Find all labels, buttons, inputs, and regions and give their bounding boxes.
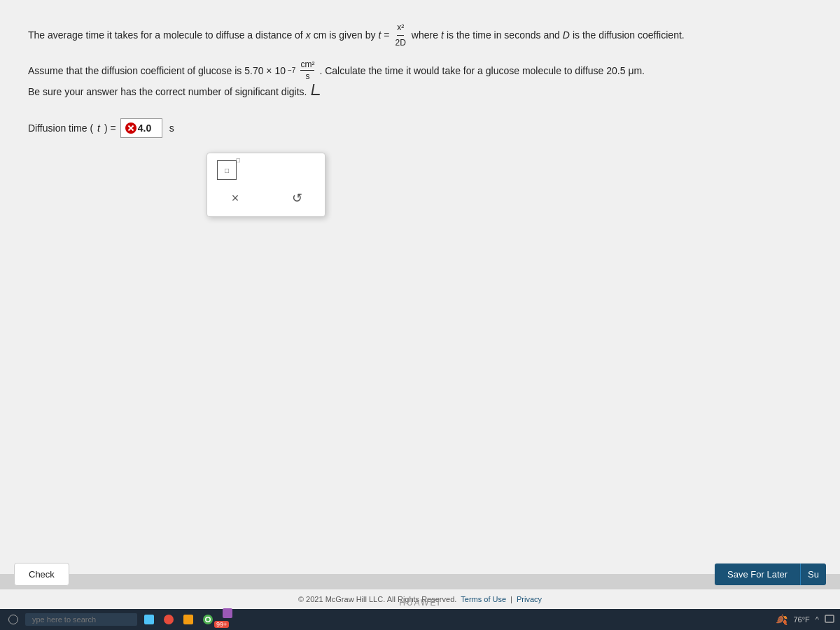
diffusion-label-prefix: Diffusion time ( (28, 122, 93, 134)
svg-rect-2 (183, 615, 193, 624)
problem-text-unit: cm is given by (314, 27, 376, 43)
taskbar-icon-svg-4 (222, 608, 233, 619)
math-toolbar: □ □ × ↺ (206, 153, 326, 217)
sig-figs-text: Be sure your answer has the correct numb… (28, 86, 307, 97)
temperature-display: 76°F (793, 615, 809, 624)
square-symbol: □ (225, 167, 229, 174)
answer-section: Diffusion time ( t ) = 4.0 s (28, 118, 812, 138)
windows-start-icon[interactable] (6, 612, 21, 627)
sup-symbol: □ (237, 157, 240, 164)
privacy-link[interactable]: Privacy (517, 595, 542, 603)
clear-button[interactable]: × (224, 187, 246, 209)
taskbar-app-icon-4[interactable] (220, 606, 235, 621)
taskbar-app-icon-3[interactable] (181, 612, 196, 627)
equals-sign: = (384, 27, 389, 43)
diffusion-variable: t (97, 122, 100, 134)
notification-badge: 99+ (214, 621, 229, 628)
assume-exponent: −7 (288, 66, 295, 74)
answer-input-box[interactable]: 4.0 (120, 118, 162, 138)
terms-of-use-link[interactable]: Terms of Use (461, 595, 506, 603)
clear-answer-icon[interactable] (125, 122, 136, 134)
weather-icon: 🍂 (776, 614, 788, 625)
problem-text-prefix: The average time it takes for a molecule… (28, 27, 303, 43)
start-circle (8, 615, 18, 624)
assume-prefix: Assume that the diffusion coefficient of… (28, 65, 286, 76)
problem-statement-line1: The average time it takes for a molecule… (28, 21, 812, 50)
assume-unit-den: s (305, 71, 309, 81)
superscript-icon[interactable]: □ □ (217, 160, 237, 180)
undo-icon: ↺ (292, 190, 302, 206)
bottom-action-bar: Check Save For Later Su (0, 559, 840, 589)
taskbar-icon-svg-2 (163, 614, 174, 625)
taskbar-chevron-up[interactable]: ^ (816, 615, 819, 624)
taskbar-notification-container: 99+ (220, 606, 235, 630)
assume-unit-fraction: cm² s (300, 59, 314, 81)
sig-figs-line: Be sure your answer has the correct numb… (28, 84, 812, 97)
right-action-buttons: Save For Later Su (715, 564, 826, 585)
time-desc: is the time in seconds and (447, 27, 560, 43)
diff-desc: is the diffusion coefficient. (573, 27, 685, 43)
answer-value: 4.0 (138, 122, 151, 134)
diffusion-label-close: ) = (104, 122, 116, 134)
taskbar: 99+ 🍂 76°F ^ (0, 609, 840, 630)
taskbar-app-icon-chrome[interactable] (200, 612, 216, 627)
variable-x: x (306, 27, 311, 43)
svg-rect-0 (144, 615, 154, 624)
footer-divider: | (510, 595, 512, 603)
toolbar-top-row: □ □ (217, 160, 315, 180)
svg-point-1 (164, 615, 174, 624)
taskbar-icon-svg-1 (144, 614, 155, 625)
variable-t: t (378, 27, 381, 43)
taskbar-display-icon (825, 615, 834, 624)
formula-numerator: x² (397, 21, 404, 36)
huawei-brand-label: HUAWEI (399, 598, 441, 608)
x-icon: × (232, 191, 239, 206)
assume-unit-num: cm² (300, 59, 314, 71)
where-D: D (563, 27, 570, 43)
taskbar-icon-svg-3 (183, 614, 194, 625)
problem-text-where: where (412, 27, 438, 43)
main-content: The average time it takes for a molecule… (0, 0, 840, 574)
taskbar-app-icon-1[interactable] (141, 612, 157, 627)
svg-rect-6 (223, 608, 232, 618)
assume-line: Assume that the diffusion coefficient of… (28, 59, 812, 81)
taskbar-app-icon-2[interactable] (161, 612, 176, 627)
undo-button[interactable]: ↺ (286, 187, 308, 209)
formula-fraction: x² 2D (396, 21, 406, 50)
toolbar-bottom-row: × ↺ (217, 187, 315, 209)
submit-button[interactable]: Su (800, 564, 826, 585)
assume-suffix: . Calculate the time it would take for a… (319, 65, 645, 76)
formula-denominator: 2D (396, 36, 406, 50)
check-button[interactable]: Check (14, 563, 69, 586)
svg-rect-7 (825, 615, 834, 622)
save-later-button[interactable]: Save For Later (715, 564, 800, 585)
chrome-icon-svg (202, 614, 214, 625)
where-t: t (441, 27, 444, 43)
svg-point-5 (206, 618, 210, 622)
taskbar-right-area: 🍂 76°F ^ (776, 614, 834, 625)
answer-unit: s (169, 122, 174, 134)
taskbar-search-input[interactable] (25, 613, 137, 626)
cursor-icon (312, 84, 322, 95)
